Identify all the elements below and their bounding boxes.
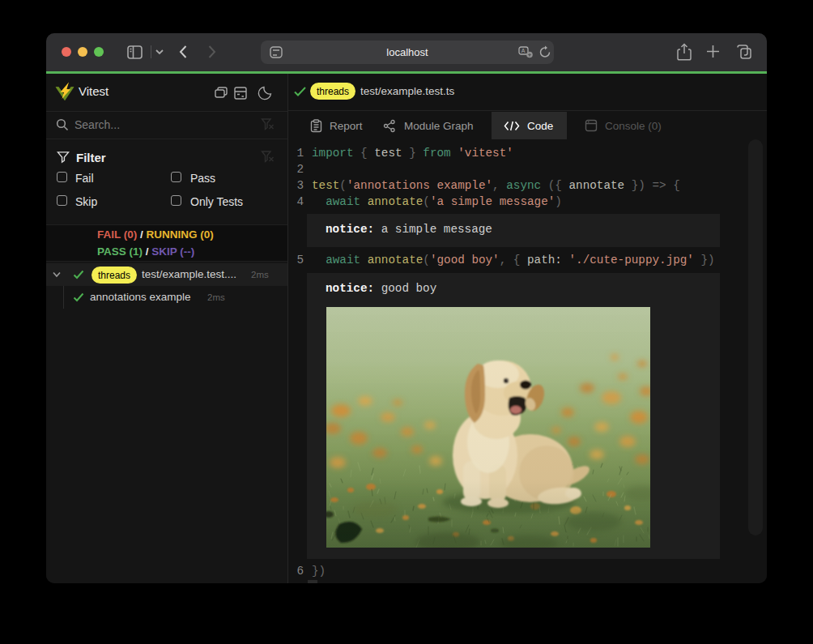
svg-text:A: A	[521, 48, 526, 53]
